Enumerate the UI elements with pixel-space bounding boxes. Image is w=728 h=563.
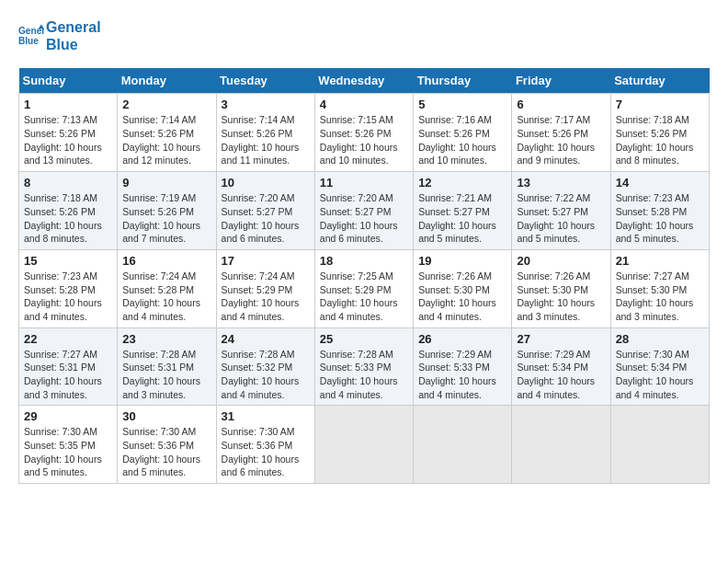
day-number: 19 [418,254,506,268]
weekday-header-sunday: Sunday [19,68,118,94]
calendar-table: SundayMondayTuesdayWednesdayThursdayFrid… [18,68,710,484]
day-number: 17 [222,254,310,268]
cell-info: Sunrise: 7:20 AM Sunset: 5:27 PM Dayligh… [320,191,408,246]
cell-info: Sunrise: 7:25 AM Sunset: 5:29 PM Dayligh… [320,270,408,324]
logo-line2: Blue [46,36,101,53]
logo-icon: General Blue [18,23,44,49]
cell-info: Sunrise: 7:30 AM Sunset: 5:35 PM Dayligh… [24,425,112,479]
calendar-cell: 29Sunrise: 7:30 AM Sunset: 5:35 PM Dayli… [19,406,118,484]
logo: General Blue General Blue [18,18,101,53]
cell-info: Sunrise: 7:23 AM Sunset: 5:28 PM Dayligh… [616,191,704,246]
day-number: 14 [616,176,704,190]
calendar-cell: 5Sunrise: 7:16 AM Sunset: 5:26 PM Daylig… [414,94,512,172]
calendar-cell: 27Sunrise: 7:29 AM Sunset: 5:34 PM Dayli… [512,327,610,406]
day-number: 12 [418,176,506,190]
day-number: 24 [222,332,310,346]
day-number: 23 [122,332,210,346]
weekday-header-monday: Monday [118,68,216,94]
calendar-cell: 14Sunrise: 7:23 AM Sunset: 5:28 PM Dayli… [610,172,709,250]
cell-info: Sunrise: 7:30 AM Sunset: 5:36 PM Dayligh… [122,425,210,479]
calendar-week-row: 22Sunrise: 7:27 AM Sunset: 5:31 PM Dayli… [19,327,710,406]
day-number: 3 [222,98,310,111]
calendar-cell: 12Sunrise: 7:21 AM Sunset: 5:27 PM Dayli… [414,172,512,250]
day-number: 21 [616,254,704,268]
cell-info: Sunrise: 7:28 AM Sunset: 5:31 PM Dayligh… [122,348,210,402]
cell-info: Sunrise: 7:26 AM Sunset: 5:30 PM Dayligh… [517,270,605,324]
cell-info: Sunrise: 7:28 AM Sunset: 5:32 PM Dayligh… [222,348,310,402]
day-number: 8 [24,176,112,190]
weekday-header-row: SundayMondayTuesdayWednesdayThursdayFrid… [19,68,710,94]
calendar-cell: 4Sunrise: 7:15 AM Sunset: 5:26 PM Daylig… [314,94,413,172]
calendar-cell: 11Sunrise: 7:20 AM Sunset: 5:27 PM Dayli… [314,172,413,250]
day-number: 15 [24,254,112,268]
cell-info: Sunrise: 7:29 AM Sunset: 5:33 PM Dayligh… [418,348,506,402]
day-number: 1 [24,98,112,111]
weekday-header-wednesday: Wednesday [314,68,413,94]
day-number: 11 [320,176,408,190]
weekday-header-tuesday: Tuesday [216,68,314,94]
cell-info: Sunrise: 7:28 AM Sunset: 5:33 PM Dayligh… [320,348,408,402]
day-number: 28 [616,332,704,346]
weekday-header-thursday: Thursday [414,68,512,94]
cell-info: Sunrise: 7:30 AM Sunset: 5:34 PM Dayligh… [616,348,704,402]
calendar-week-row: 15Sunrise: 7:23 AM Sunset: 5:28 PM Dayli… [19,249,710,327]
calendar-cell: 3Sunrise: 7:14 AM Sunset: 5:26 PM Daylig… [216,94,314,172]
cell-info: Sunrise: 7:24 AM Sunset: 5:29 PM Dayligh… [222,270,310,324]
cell-info: Sunrise: 7:17 AM Sunset: 5:26 PM Dayligh… [517,113,605,167]
header: General Blue General Blue [18,18,710,53]
calendar-body: 1Sunrise: 7:13 AM Sunset: 5:26 PM Daylig… [19,94,710,484]
calendar-cell: 15Sunrise: 7:23 AM Sunset: 5:28 PM Dayli… [19,249,118,327]
cell-info: Sunrise: 7:27 AM Sunset: 5:31 PM Dayligh… [24,348,112,402]
calendar-cell: 31Sunrise: 7:30 AM Sunset: 5:36 PM Dayli… [216,406,314,484]
calendar-cell: 30Sunrise: 7:30 AM Sunset: 5:36 PM Dayli… [118,406,216,484]
day-number: 5 [418,98,506,111]
cell-info: Sunrise: 7:18 AM Sunset: 5:26 PM Dayligh… [616,113,704,167]
calendar-cell [314,406,413,484]
calendar-cell: 16Sunrise: 7:24 AM Sunset: 5:28 PM Dayli… [118,249,216,327]
calendar-cell: 1Sunrise: 7:13 AM Sunset: 5:26 PM Daylig… [19,94,118,172]
calendar-cell: 25Sunrise: 7:28 AM Sunset: 5:33 PM Dayli… [314,327,413,406]
day-number: 6 [517,98,605,111]
calendar-cell: 23Sunrise: 7:28 AM Sunset: 5:31 PM Dayli… [118,327,216,406]
calendar-week-row: 1Sunrise: 7:13 AM Sunset: 5:26 PM Daylig… [19,94,710,172]
calendar-cell: 8Sunrise: 7:18 AM Sunset: 5:26 PM Daylig… [19,172,118,250]
calendar-cell: 6Sunrise: 7:17 AM Sunset: 5:26 PM Daylig… [512,94,610,172]
day-number: 10 [222,176,310,190]
cell-info: Sunrise: 7:16 AM Sunset: 5:26 PM Dayligh… [418,113,506,167]
calendar-cell: 19Sunrise: 7:26 AM Sunset: 5:30 PM Dayli… [414,249,512,327]
cell-info: Sunrise: 7:20 AM Sunset: 5:27 PM Dayligh… [222,191,310,246]
calendar-cell: 20Sunrise: 7:26 AM Sunset: 5:30 PM Dayli… [512,249,610,327]
cell-info: Sunrise: 7:29 AM Sunset: 5:34 PM Dayligh… [517,348,605,402]
cell-info: Sunrise: 7:26 AM Sunset: 5:30 PM Dayligh… [418,270,506,324]
day-number: 27 [517,332,605,346]
cell-info: Sunrise: 7:30 AM Sunset: 5:36 PM Dayligh… [222,425,310,479]
day-number: 30 [122,409,210,423]
calendar-cell: 10Sunrise: 7:20 AM Sunset: 5:27 PM Dayli… [216,172,314,250]
cell-info: Sunrise: 7:22 AM Sunset: 5:27 PM Dayligh… [517,191,605,246]
cell-info: Sunrise: 7:19 AM Sunset: 5:26 PM Dayligh… [122,191,210,246]
day-number: 20 [517,254,605,268]
day-number: 29 [24,409,112,423]
day-number: 22 [24,332,112,346]
calendar-week-row: 8Sunrise: 7:18 AM Sunset: 5:26 PM Daylig… [19,172,710,250]
cell-info: Sunrise: 7:14 AM Sunset: 5:26 PM Dayligh… [222,113,310,167]
calendar-cell: 28Sunrise: 7:30 AM Sunset: 5:34 PM Dayli… [610,327,709,406]
day-number: 9 [122,176,210,190]
cell-info: Sunrise: 7:14 AM Sunset: 5:26 PM Dayligh… [122,113,210,167]
calendar-cell: 24Sunrise: 7:28 AM Sunset: 5:32 PM Dayli… [216,327,314,406]
calendar-cell: 18Sunrise: 7:25 AM Sunset: 5:29 PM Dayli… [314,249,413,327]
cell-info: Sunrise: 7:21 AM Sunset: 5:27 PM Dayligh… [418,191,506,246]
day-number: 16 [122,254,210,268]
day-number: 4 [320,98,408,111]
svg-text:Blue: Blue [18,37,39,47]
calendar-cell: 22Sunrise: 7:27 AM Sunset: 5:31 PM Dayli… [19,327,118,406]
day-number: 25 [320,332,408,346]
day-number: 2 [122,98,210,111]
day-number: 31 [222,409,310,423]
calendar-cell: 9Sunrise: 7:19 AM Sunset: 5:26 PM Daylig… [118,172,216,250]
calendar-cell: 13Sunrise: 7:22 AM Sunset: 5:27 PM Dayli… [512,172,610,250]
calendar-cell: 26Sunrise: 7:29 AM Sunset: 5:33 PM Dayli… [414,327,512,406]
day-number: 26 [418,332,506,346]
logo-line1: General [46,18,101,36]
calendar-cell: 17Sunrise: 7:24 AM Sunset: 5:29 PM Dayli… [216,249,314,327]
